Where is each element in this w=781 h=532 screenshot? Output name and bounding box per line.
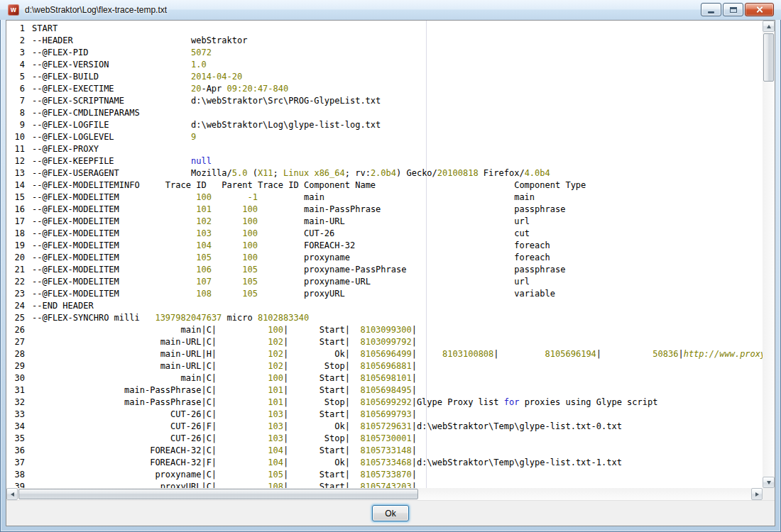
code-line: 3--@FLEX-PID 5072 [6,47,763,59]
code-text: CUT-26|C| 103| Stop| 8105730001| [32,433,417,443]
code-text: --@FLEX-PID 5072 [32,48,212,57]
title-bar[interactable]: d:\webStraktor\Log\flex-trace-temp.txt [0,0,781,20]
ok-button[interactable]: Ok [372,505,409,521]
code-text: --@FLEX-MODELITEM 103 100 CUT-26 cut [32,228,530,238]
line-number: 6 [6,83,25,95]
footer-panel: Ok [6,500,775,526]
code-line: 37 FOREACH-32|F| 104| Ok| 8105733468|d:\… [6,457,763,469]
code-text: main-URL|C| 102| Stop| 8105696881| [32,361,417,371]
maximize-button[interactable] [723,3,743,16]
code-line: 20--@FLEX-MODELITEM 105 100 proxyname fo… [6,252,763,264]
line-number: 14 [6,179,25,192]
code-text: --@FLEX-MODELITEM 104 100 FOREACH-32 for… [32,240,550,250]
code-line: 34 CUT-26|F| 103| Ok| 8105729631|d:\webS… [6,421,763,433]
code-line: 21--@FLEX-MODELITEM 106 105 proxyname-Pa… [6,264,763,276]
client-area: 1START2--HEADER webStraktor3--@FLEX-PID … [6,20,775,526]
code-line: 39 proxyURL|C| 108| Start| 8105743203| [6,481,763,488]
line-number: 26 [6,324,25,336]
code-line: 31 main-PassPhrase|C| 101| Start| 810569… [6,384,763,397]
close-button[interactable] [745,3,774,16]
line-number: 39 [6,481,25,488]
arrow-down-icon [767,481,771,484]
line-number: 34 [6,421,25,433]
line-number: 33 [6,409,25,421]
log-text-viewer[interactable]: 1START2--HEADER webStraktor3--@FLEX-PID … [6,21,763,488]
code-line: 19--@FLEX-MODELITEM 104 100 FOREACH-32 f… [6,240,763,252]
line-number: 25 [6,312,25,324]
code-text: --@FLEX-SYNCHRO milli 1397982047637 micr… [32,313,309,323]
code-line: 11--@FLEX-PROXY [6,143,763,155]
vertical-scrollbar-thumb[interactable] [763,33,774,82]
line-number: 13 [6,167,25,179]
code-line: 30 main|C| 100| Start| 8105698101| [6,372,763,384]
line-number: 22 [6,276,25,288]
maximize-icon [730,7,737,13]
code-text: main|C| 100| Start| 8105698101| [32,373,417,383]
code-text: --@FLEX-VERSION 1.0 [32,60,207,70]
code-line: 17--@FLEX-MODELITEM 102 100 main-URL url [6,216,763,228]
line-number: 38 [6,469,25,481]
scroll-left-button[interactable] [6,488,18,500]
line-number: 15 [6,192,25,204]
code-line: 28 main-URL|H| 102| Ok| 8105696499| 8103… [6,348,763,360]
line-number: 5 [6,71,25,83]
code-line: 18--@FLEX-MODELITEM 103 100 CUT-26 cut [6,228,763,240]
code-text: --@FLEX-MODELITEM 105 100 proxyname fore… [32,253,550,262]
line-number: 35 [6,433,25,445]
arrow-left-icon [11,492,14,497]
code-text: --@FLEX-LOGFILE d:\webStraktor\Log\glype… [32,120,381,130]
line-number: 7 [6,95,25,107]
line-number: 32 [6,397,25,409]
line-number: 18 [6,228,25,240]
code-text: --@FLEX-MODELITEM 100 -1 main main [32,192,535,202]
horizontal-scrollbar-thumb[interactable] [18,489,418,499]
line-number: 8 [6,107,25,119]
line-number: 17 [6,216,25,228]
code-text: main-URL|C| 102| Start| 8103099792| [32,337,417,347]
code-line: 33 CUT-26|C| 103| Start| 8105699793| [6,409,763,421]
code-line: 9--@FLEX-LOGFILE d:\webStraktor\Log\glyp… [6,119,763,131]
line-number: 24 [6,300,25,312]
line-number: 36 [6,445,25,457]
minimize-icon [708,11,714,13]
code-text: CUT-26|C| 103| Start| 8105699793| [32,409,417,419]
code-line: 23--@FLEX-MODELITEM 108 105 proxyURL var… [6,288,763,300]
code-text: --@FLEX-MODELITEMINFO Trace ID Parent Tr… [32,180,586,190]
code-text: --END HEADER [32,301,94,311]
code-line: 29 main-URL|C| 102| Stop| 8105696881| [6,360,763,372]
line-number: 11 [6,143,25,155]
line-number: 4 [6,59,25,71]
code-text: --@FLEX-BUILD 2014-04-20 [32,72,242,82]
minimize-button[interactable] [701,3,721,16]
code-line: 24--END HEADER [6,300,763,312]
code-line: 7--@FLEX-SCRIPTNAME d:\webStraktor\Src\P… [6,95,763,107]
code-text: --@FLEX-LOGLEVEL 9 [32,132,196,142]
scroll-up-button[interactable] [763,21,775,32]
code-text: --HEADER webStraktor [32,35,247,45]
vertical-scrollbar[interactable] [763,21,775,488]
code-text: --@FLEX-MODELITEM 108 105 proxyURL varia… [32,289,555,299]
line-number: 30 [6,372,25,384]
line-number: 29 [6,360,25,372]
code-line: 25--@FLEX-SYNCHRO milli 1397982047637 mi… [6,312,763,324]
scroll-right-button[interactable] [751,488,763,500]
code-text: --@FLEX-SCRIPTNAME d:\webStraktor\Src\PR… [32,96,381,106]
code-line: 35 CUT-26|C| 103| Stop| 8105730001| [6,433,763,445]
code-text: START [32,23,58,33]
line-number: 28 [6,348,25,360]
code-line: 10--@FLEX-LOGLEVEL 9 [6,131,763,143]
code-line: 36 FOREACH-32|C| 104| Start| 8105733148| [6,445,763,457]
code-line: 26 main|C| 100| Start| 8103099300| [6,324,763,336]
code-text: --@FLEX-PROXY [32,144,99,154]
line-number: 21 [6,264,25,276]
line-number: 3 [6,47,25,59]
horizontal-scrollbar[interactable] [6,488,763,500]
window: d:\webStraktor\Log\flex-trace-temp.txt 1… [0,0,781,532]
code-line: 22--@FLEX-MODELITEM 107 105 proxyname-UR… [6,276,763,288]
code-text: FOREACH-32|F| 104| Ok| 8105733468|d:\web… [32,458,622,467]
line-number: 12 [6,155,25,167]
code-line: 13--@FLEX-USERAGENT Mozilla/5.0 (X11; Li… [6,167,763,179]
line-number: 31 [6,384,25,397]
scroll-down-button[interactable] [763,477,775,488]
code-line: 4--@FLEX-VERSION 1.0 [6,59,763,71]
